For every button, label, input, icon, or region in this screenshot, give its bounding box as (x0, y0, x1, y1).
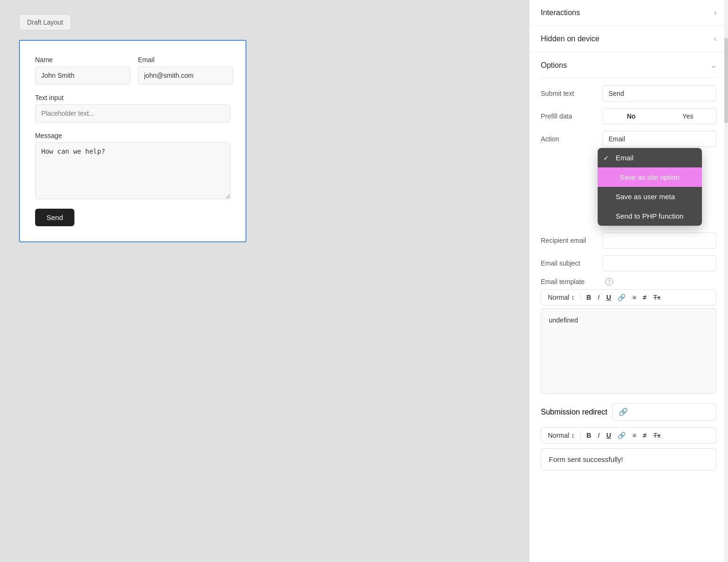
dropdown-item-save-site[interactable]: Save as site option (598, 167, 702, 187)
format-normal-label-2: Normal (548, 432, 569, 439)
italic-btn-1[interactable]: I (596, 293, 601, 302)
recipient-email-row: Recipient email (541, 232, 717, 249)
hidden-on-device-section: Hidden on device ‹ (529, 26, 728, 52)
prefill-data-row: Prefill data No Yes (541, 108, 717, 124)
toolbar-divider-1 (580, 294, 581, 301)
action-selected-text: Email (609, 135, 625, 143)
scrollbar-thumb[interactable] (724, 38, 728, 123)
action-dropdown-trigger[interactable]: Email (602, 131, 717, 147)
dropdown-save-site-label: Save as site option (619, 173, 680, 181)
redirect-toolbar: Normal ↕ B I U 🔗 ≡ ≠ Tx (541, 427, 717, 443)
submit-text-value (602, 85, 717, 101)
email-template-toolbar: Normal ↕ B I U 🔗 ≡ ≠ Tx (541, 289, 717, 305)
bold-btn-2[interactable]: B (584, 431, 593, 440)
ordered-list-btn-2[interactable]: ≡ (630, 431, 638, 440)
format-select-arrow-2: ↕ (571, 432, 574, 439)
dropdown-php-label: Send to PHP function (616, 212, 683, 220)
message-label: Message (35, 132, 230, 139)
interactions-title: Interactions (541, 9, 580, 17)
action-label: Action (541, 135, 602, 143)
clear-format-btn-1[interactable]: Tx (651, 293, 663, 302)
bold-btn-1[interactable]: B (584, 293, 593, 302)
action-row: Action Email ✓ Email Save as site option (541, 131, 717, 147)
interactions-section: Interactions › (529, 0, 728, 26)
redirect-option-row: Submission redirect 🔗 (541, 403, 717, 421)
right-panel: Interactions › Hidden on device ‹ Option… (529, 0, 728, 562)
redirect-value: 🔗 (612, 403, 717, 421)
italic-btn-2[interactable]: I (596, 431, 601, 440)
prefill-yes-btn[interactable]: Yes (660, 109, 717, 124)
format-select-arrow-1: ↕ (571, 294, 574, 301)
dropdown-email-label: Email (616, 154, 634, 162)
name-field: Name (35, 56, 130, 84)
dropdown-item-php[interactable]: Send to PHP function (598, 206, 702, 226)
dropdown-item-email[interactable]: ✓ Email (598, 148, 702, 167)
email-label: Email (138, 56, 233, 64)
email-field: Email (138, 56, 233, 84)
recipient-email-label: Recipient email (541, 237, 602, 244)
scrollbar-track (724, 0, 728, 562)
format-normal-label-1: Normal (548, 294, 569, 301)
format-select-1[interactable]: Normal ↕ (546, 293, 576, 302)
email-template-editor[interactable]: undefined (541, 308, 717, 394)
email-subject-row: Email subject (541, 255, 717, 271)
unordered-list-btn-2[interactable]: ≠ (641, 431, 648, 440)
link-btn-1[interactable]: 🔗 (616, 293, 628, 302)
email-subject-value (602, 255, 717, 271)
recipient-email-input[interactable] (602, 232, 717, 249)
unordered-list-btn-1[interactable]: ≠ (641, 293, 648, 302)
ordered-list-btn-1[interactable]: ≡ (630, 293, 638, 302)
email-subject-input[interactable] (602, 255, 717, 271)
help-icon[interactable]: ? (605, 278, 613, 286)
message-field: Message How can we help? (35, 132, 230, 199)
dropdown-item-save-user[interactable]: Save as user meta (598, 187, 702, 206)
interactions-chevron-icon[interactable]: › (714, 9, 717, 17)
text-input-field: Text input (35, 94, 230, 122)
editor-content-1: undefined (549, 316, 578, 324)
submission-redirect-label: Submission redirect (541, 408, 608, 416)
redirect-label-block: Submission redirect (541, 408, 608, 416)
hidden-on-device-title: Hidden on device (541, 35, 600, 43)
underline-btn-2[interactable]: U (604, 431, 613, 440)
link-icon: 🔗 (619, 407, 628, 416)
name-email-row: Name Email (35, 56, 230, 84)
recipient-email-value (602, 232, 717, 249)
action-value: Email ✓ Email Save as site option Save a… (602, 131, 717, 147)
options-section: Options ⌄ Submit text Prefill data No Ye… (529, 52, 728, 482)
submit-text-row: Submit text (541, 85, 717, 101)
draft-label: Draft Layout (19, 14, 71, 30)
options-chevron-icon[interactable]: ⌄ (710, 61, 717, 70)
text-input-label: Text input (35, 94, 230, 101)
action-dropdown-menu: ✓ Email Save as site option Save as user… (598, 148, 702, 226)
check-icon: ✓ (603, 154, 611, 162)
options-header: Options ⌄ (541, 52, 717, 78)
email-template-label: Email template (541, 278, 602, 286)
redirect-link-icon[interactable]: 🔗 (612, 403, 717, 421)
email-subject-label: Email subject (541, 259, 602, 267)
left-panel: Draft Layout Name Email Text input Messa… (0, 0, 529, 562)
clear-format-btn-2[interactable]: Tx (651, 431, 663, 440)
prefill-data-label: Prefill data (541, 112, 602, 120)
name-label: Name (35, 56, 130, 64)
hidden-chevron-icon[interactable]: ‹ (714, 35, 717, 43)
send-button[interactable]: Send (35, 209, 74, 226)
submit-text-label: Submit text (541, 90, 602, 97)
prefill-no-btn[interactable]: No (603, 109, 660, 124)
toolbar-divider-2 (580, 432, 581, 439)
link-btn-2[interactable]: 🔗 (616, 431, 628, 440)
format-select-2[interactable]: Normal ↕ (546, 431, 576, 440)
form-card: Name Email Text input Message How can we… (19, 40, 246, 242)
submit-text-input[interactable] (602, 85, 717, 101)
message-textarea[interactable]: How can we help? (35, 142, 230, 199)
underline-btn-1[interactable]: U (604, 293, 613, 302)
prefill-toggle: No Yes (602, 108, 717, 124)
submission-redirect-row: Submission redirect 🔗 (541, 403, 717, 421)
text-input[interactable] (35, 104, 230, 122)
dropdown-save-user-label: Save as user meta (616, 193, 675, 201)
email-template-row: Email template ? (541, 278, 717, 286)
success-message: Form sent successfully! (541, 448, 717, 470)
name-input[interactable] (35, 66, 130, 84)
options-title: Options (541, 61, 567, 70)
email-input[interactable] (138, 66, 233, 84)
